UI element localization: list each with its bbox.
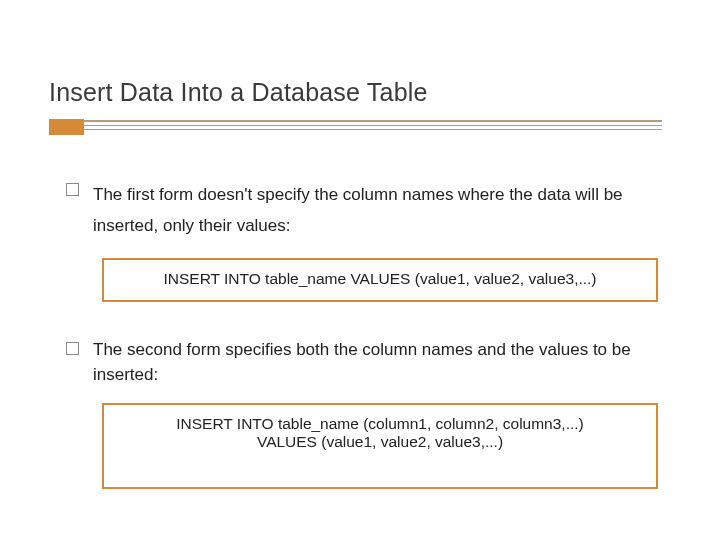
slide-title: Insert Data Into a Database Table <box>49 78 720 107</box>
bullet-square-icon <box>66 342 79 355</box>
bullet-item-2: The second form specifies both the colum… <box>66 338 658 387</box>
code-box-1: INSERT INTO table_name VALUES (value1, v… <box>102 258 658 302</box>
horizontal-rules <box>84 120 662 130</box>
title-rule <box>49 119 720 137</box>
slide-body: The first form doesn't specify the colum… <box>0 137 720 489</box>
bullet-text-1: The first form doesn't specify the colum… <box>93 179 658 242</box>
code-box-2: INSERT INTO table_name (column1, column2… <box>102 403 658 489</box>
code-line: INSERT INTO table_name VALUES (value1, v… <box>118 270 642 288</box>
code-line: INSERT INTO table_name (column1, column2… <box>118 415 642 433</box>
bullet-square-icon <box>66 183 79 196</box>
bullet-item-1: The first form doesn't specify the colum… <box>66 179 658 242</box>
code-line: VALUES (value1, value2, value3,...) <box>118 433 642 451</box>
slide: Insert Data Into a Database Table The fi… <box>0 0 720 540</box>
bullet-text-2: The second form specifies both the colum… <box>93 338 658 387</box>
title-area: Insert Data Into a Database Table <box>0 0 720 137</box>
accent-block <box>49 119 84 135</box>
